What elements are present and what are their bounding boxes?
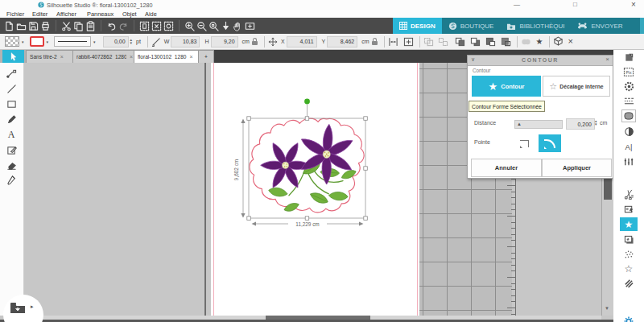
maximize-button[interactable]: □ (573, 1, 577, 8)
menu-aide[interactable]: Aide (145, 10, 157, 18)
width-input[interactable]: 10,83 (171, 36, 200, 47)
height-input[interactable]: 9,20 (211, 36, 238, 47)
paste-icon[interactable] (85, 20, 97, 32)
trace-panel-icon[interactable] (622, 203, 636, 215)
save-icon[interactable] (27, 20, 39, 32)
page-setup-icon[interactable] (622, 52, 636, 64)
rectangle-tool[interactable] (5, 98, 18, 110)
fill-pattern-panel-icon[interactable] (622, 277, 636, 289)
zoom-out-icon[interactable] (196, 20, 208, 32)
x-position-input[interactable]: 4,011 (287, 36, 317, 47)
select-all-icon[interactable] (163, 20, 175, 32)
center-on-page-icon[interactable] (403, 37, 414, 47)
tab-boutique[interactable]: BOUTIQUE (442, 18, 501, 34)
color-wheel-icon[interactable] (622, 80, 636, 93)
y-position-input[interactable]: 8,462 (327, 36, 357, 47)
scroll-down-icon[interactable]: ▼ (605, 306, 609, 311)
selection-overlay[interactable]: 9,602 cm 11,229 cm (233, 95, 378, 236)
minimize-button[interactable]: — (514, 1, 520, 8)
stroke-dropdown-arrow-icon[interactable]: ▾ (47, 39, 49, 44)
distance-input[interactable]: 0,200 (566, 118, 595, 130)
modify-3d-icon[interactable] (553, 36, 564, 47)
pan-hand-icon[interactable] (232, 20, 244, 32)
fill-panel-icon[interactable] (621, 109, 636, 122)
redo-icon[interactable] (118, 20, 130, 32)
knife-tool[interactable] (5, 175, 18, 187)
zoom-in-icon[interactable] (184, 20, 196, 32)
tab-close-icon[interactable]: × (130, 54, 133, 60)
apply-button[interactable]: Appliquer (542, 159, 612, 177)
new-tab-button[interactable]: + (198, 50, 214, 63)
tab-close-icon[interactable]: × (60, 54, 64, 60)
ungroup-icon[interactable] (438, 37, 448, 47)
stroke-weight-stepper[interactable]: ▲▼ (130, 39, 133, 45)
doc-tab-rabbit[interactable]: rabbit-4072862_1280 × (72, 50, 137, 63)
cancel-button[interactable]: Annuler (471, 159, 542, 177)
contour-mode-button[interactable]: ★ Contour (472, 76, 541, 97)
contour-panel-icon[interactable]: ★ (620, 217, 638, 231)
menu-fichier[interactable]: Fichier (6, 10, 24, 18)
line-tool[interactable] (5, 83, 18, 95)
corner-sharp-button[interactable] (514, 134, 534, 152)
offset-star-icon[interactable]: ★ (536, 38, 543, 46)
distance-slider[interactable]: ▲ (514, 120, 563, 129)
paste-in-place-icon[interactable] (138, 20, 151, 32)
zoom-selection-icon[interactable] (208, 20, 220, 32)
distance-stepper[interactable]: ▲▼ (594, 120, 597, 126)
fill-dropdown-arrow-icon[interactable]: ▾ (22, 39, 24, 44)
tab-close-icon[interactable]: × (190, 54, 193, 60)
line-style-arrow-icon[interactable]: ▾ (93, 39, 96, 44)
line-style-panel-icon[interactable] (622, 95, 636, 107)
cut-icon[interactable] (60, 20, 72, 32)
tab-design[interactable]: DESIGN (393, 18, 442, 34)
eraser-tool[interactable] (5, 159, 18, 171)
aspect-lock-icon[interactable] (252, 41, 258, 45)
send-backward-icon[interactable] (470, 37, 481, 47)
bring-to-front-icon[interactable] (485, 37, 496, 47)
undo-icon[interactable] (105, 20, 118, 32)
line-style-select[interactable] (54, 36, 91, 47)
select-tool-button[interactable] (2, 50, 24, 63)
offset-mode-button[interactable]: ☆ Décalage interne (543, 76, 610, 97)
text-style-panel-icon[interactable]: A| (622, 141, 636, 153)
shadow-effect-icon[interactable] (622, 126, 636, 138)
selection-handles[interactable] (247, 117, 368, 220)
copy-icon[interactable] (72, 20, 85, 32)
shadow-panel-icon[interactable] (622, 233, 636, 246)
deselect-icon[interactable] (151, 20, 163, 32)
doc-tab-sans-titre[interactable]: Sans titre-2 × (26, 50, 76, 63)
close-button[interactable]: × (631, 0, 636, 9)
edit-points-tool[interactable] (5, 68, 18, 80)
rotate-handle[interactable] (304, 99, 310, 105)
new-document-icon[interactable] (3, 20, 15, 32)
panel-close-icon[interactable]: × (605, 56, 609, 63)
print-icon[interactable] (39, 20, 52, 32)
delete-icon[interactable]: × (568, 37, 573, 46)
stroke-weight-input[interactable]: 0,00 (103, 36, 129, 47)
menu-afficher[interactable]: Afficher (56, 10, 76, 18)
menu-objet[interactable]: Objet (122, 10, 137, 18)
menu-editer[interactable]: Editer (32, 10, 47, 18)
align-center-icon[interactable] (388, 37, 398, 47)
bring-forward-icon[interactable] (455, 37, 465, 47)
sketch-panel-icon[interactable] (622, 248, 636, 260)
draw-pencil-tool[interactable] (5, 114, 18, 126)
position-lock-icon[interactable] (372, 41, 378, 45)
open-file-icon[interactable] (15, 20, 27, 32)
pixscan-icon[interactable]: Pix (622, 66, 636, 78)
notes-tool[interactable] (5, 144, 18, 156)
doc-tab-floral[interactable]: floral-1300102_1280 × (134, 50, 201, 63)
tab-bibliotheque[interactable]: BIBLIOTHÈQUI (500, 18, 571, 34)
tab-envoyer[interactable]: ENVOYER (571, 18, 629, 34)
weld-icon[interactable] (521, 37, 531, 47)
text-tool[interactable]: A (5, 129, 18, 141)
corner-round-button[interactable] (539, 134, 561, 152)
rhinestone-panel-icon[interactable]: ☆ (622, 262, 636, 275)
settings-gear-icon[interactable] (622, 315, 636, 322)
panel-title-bar[interactable]: ∨ CONTOUR × (468, 56, 613, 66)
fit-to-page-icon[interactable] (244, 20, 256, 32)
menu-panneaux[interactable]: Panneaux (87, 10, 114, 18)
stroke-color-swatch[interactable] (30, 36, 44, 47)
cut-settings-icon[interactable] (622, 188, 636, 200)
group-icon[interactable] (423, 37, 434, 47)
